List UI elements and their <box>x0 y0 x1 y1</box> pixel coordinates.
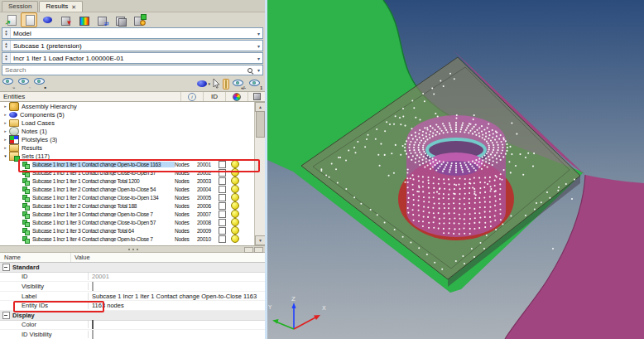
close-icon[interactable] <box>71 4 76 10</box>
color-swatch[interactable] <box>92 320 94 329</box>
set-visibility-checkbox[interactable] <box>219 235 226 243</box>
set-flag-icon[interactable] <box>231 218 239 226</box>
expand-icon[interactable] <box>2 120 8 125</box>
tree-folder-folder[interactable]: Load Cases <box>0 119 255 127</box>
property-row-label[interactable]: LabelSubcase 1 Incr 1 Iter 1 Contact cha… <box>0 292 265 302</box>
color-column-header[interactable] <box>225 92 248 101</box>
set-visibility-checkbox[interactable] <box>219 169 226 177</box>
set-visibility-checkbox[interactable] <box>219 177 226 185</box>
property-section-display[interactable]: Display <box>0 311 265 321</box>
entity-tools-icon[interactable] <box>130 12 147 27</box>
set-flag-icon[interactable] <box>231 226 239 235</box>
model-dropdown[interactable]: Model <box>2 27 263 39</box>
scroll-down-icon[interactable] <box>255 235 265 245</box>
expand-icon[interactable] <box>2 137 8 142</box>
set-visibility-checkbox[interactable] <box>219 219 226 226</box>
property-value[interactable] <box>89 331 265 338</box>
show-hide-entity-icon[interactable]: ■ <box>34 78 47 90</box>
show-hide-plusminus-icon[interactable]: +/- <box>232 79 246 90</box>
label-tool-icon[interactable] <box>223 79 229 90</box>
collapse-icon[interactable] <box>2 312 10 319</box>
set-flag-icon[interactable] <box>231 160 239 168</box>
chevron-down-icon[interactable] <box>255 31 262 36</box>
table-row-set-20002[interactable]: Subcase 1 Incr 1 Iter 1 Contact change C… <box>0 168 255 177</box>
tree-folder-folder[interactable]: Results <box>0 143 255 152</box>
expand-icon[interactable] <box>2 112 8 117</box>
viewport-3d[interactable]: X Y Z <box>265 0 644 339</box>
table-row-set-20005[interactable]: Subcase 1 Incr 1 Iter 2 Contact change C… <box>0 193 255 201</box>
tree-folder-plotstyles[interactable]: Plotstyles (3) <box>0 135 255 143</box>
entity-type-selector-icon[interactable] <box>197 78 210 90</box>
copy-entities-icon[interactable] <box>112 12 128 27</box>
expand-icon[interactable] <box>2 145 8 150</box>
splitter-grip[interactable] <box>132 249 134 250</box>
table-row-set-20009[interactable]: Subcase 1 Incr 1 Iter 3 Contact change T… <box>0 226 255 235</box>
table-row-set-20006[interactable]: Subcase 1 Incr 1 Iter 2 Contact change T… <box>0 201 255 210</box>
open-model-icon[interactable] <box>21 12 37 27</box>
expand-icon[interactable] <box>2 104 8 109</box>
tree-scrollbar[interactable] <box>254 102 265 245</box>
chevron-down-icon[interactable] <box>255 43 262 49</box>
set-visibility-checkbox[interactable] <box>219 227 226 235</box>
table-row-set-20008[interactable]: Subcase 1 Incr 1 Iter 3 Contact change C… <box>0 218 255 226</box>
set-flag-icon[interactable] <box>231 210 239 218</box>
set-visibility-checkbox[interactable] <box>219 186 226 193</box>
property-row-entity-ids[interactable]: Entity IDs1163 nodes <box>0 301 265 311</box>
checkbox-icon[interactable] <box>92 330 94 339</box>
visibility-column-header[interactable] <box>248 92 265 101</box>
select-cursor-icon[interactable] <box>213 78 220 90</box>
set-visibility-checkbox[interactable] <box>219 161 226 168</box>
subcase-dropdown[interactable]: Subcase 1 (pretension) <box>2 40 263 51</box>
expand-panel-button[interactable] <box>254 247 263 253</box>
chevron-down-icon[interactable] <box>255 67 262 73</box>
collapse-panel-button[interactable] <box>244 247 253 253</box>
table-row-set-20004[interactable]: Subcase 1 Incr 1 Iter 2 Contact change O… <box>0 185 255 193</box>
set-flag-icon[interactable] <box>231 185 239 193</box>
contour-plot-icon[interactable] <box>75 12 92 27</box>
set-flag-icon[interactable] <box>231 201 239 210</box>
scrollbar-thumb[interactable] <box>256 111 265 138</box>
checkbox-icon[interactable] <box>92 282 94 291</box>
tree-folder-notes[interactable]: Notes (1) <box>0 127 255 135</box>
increment-dropdown[interactable]: Incr 1 Iter 1 Load Factor 1.00000E-01 <box>2 52 263 64</box>
tree-folder-components[interactable]: Components (5) <box>0 110 255 119</box>
property-row-visibility[interactable]: Visibility <box>0 282 265 292</box>
set-visibility-checkbox[interactable] <box>219 202 226 210</box>
search-icon[interactable] <box>247 67 253 74</box>
tab-results[interactable]: Results <box>39 1 83 12</box>
search-input[interactable] <box>2 65 247 75</box>
show-hide-tree-icon[interactable]: :: <box>18 78 31 90</box>
property-row-id[interactable]: ID20001 <box>0 273 265 283</box>
table-row-set-20003[interactable]: Subcase 1 Incr 1 Iter 1 Contact change T… <box>0 177 255 185</box>
model-entity-icon[interactable] <box>39 12 55 27</box>
expand-icon[interactable] <box>2 128 8 133</box>
tree-folder-assembly[interactable]: Assembly Hierarchy <box>0 102 255 110</box>
chevron-down-icon[interactable] <box>255 56 262 61</box>
show-one-icon[interactable]: 1 <box>248 79 262 90</box>
import-session-icon[interactable] <box>2 12 19 27</box>
property-row-id-visibility[interactable]: ID Visibility <box>0 330 265 339</box>
spinner-icon[interactable] <box>2 41 11 51</box>
link-entities-icon[interactable] <box>94 12 110 27</box>
table-row-set-20010[interactable]: Subcase 1 Incr 1 Iter 4 Contact change O… <box>0 235 255 243</box>
import-results-icon[interactable] <box>57 12 74 27</box>
set-visibility-checkbox[interactable] <box>219 194 226 201</box>
table-row-set-20007[interactable]: Subcase 1 Incr 1 Iter 3 Contact change O… <box>0 210 255 218</box>
spinner-icon[interactable] <box>2 28 11 38</box>
tab-session[interactable]: Session <box>2 1 38 12</box>
panel-splitter[interactable] <box>0 246 265 253</box>
set-flag-icon[interactable] <box>231 177 239 185</box>
property-value[interactable] <box>89 321 265 328</box>
spinner-icon[interactable] <box>2 53 11 63</box>
info-icon[interactable] <box>180 92 203 101</box>
set-flag-icon[interactable] <box>231 168 239 177</box>
property-row-color[interactable]: Color <box>0 321 265 331</box>
tree-folder-sets[interactable]: Sets (117) <box>0 152 255 160</box>
property-value[interactable] <box>89 283 265 290</box>
table-row-set-20001[interactable]: Subcase 1 Incr 1 Iter 1 Contact change O… <box>0 160 255 168</box>
set-flag-icon[interactable] <box>231 235 239 243</box>
show-hide-list-icon[interactable]: := <box>2 78 16 90</box>
collapse-icon[interactable] <box>2 153 8 158</box>
set-visibility-checkbox[interactable] <box>219 211 226 218</box>
collapse-icon[interactable] <box>2 264 10 271</box>
